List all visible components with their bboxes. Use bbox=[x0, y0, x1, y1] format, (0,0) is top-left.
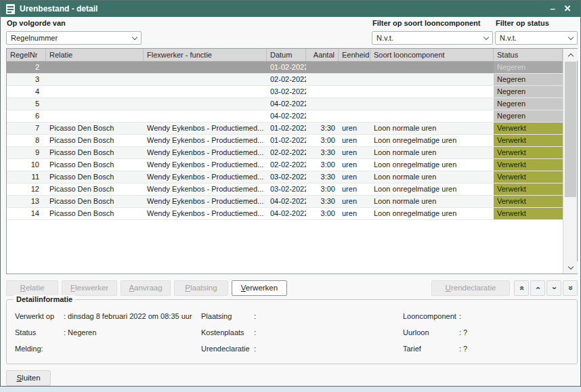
table-row[interactable]: 201-02-2022Negeren bbox=[7, 62, 577, 74]
table-row[interactable]: 10Picasso Den BoschWendy Eykenbos - Prod… bbox=[7, 159, 577, 171]
cell-flex: Wendy Eykenbos - Productiemed... bbox=[144, 196, 267, 207]
cell-aan: 3:00 bbox=[306, 159, 339, 171]
cell-soort: Loon normale uren bbox=[370, 147, 494, 158]
table-row[interactable]: 9Picasso Den BoschWendy Eykenbos - Produ… bbox=[7, 147, 577, 159]
sort-dropdown[interactable]: Regelnummer bbox=[6, 31, 142, 45]
cell-flex bbox=[144, 110, 267, 122]
cell-flex: Wendy Eykenbos - Productiemed... bbox=[144, 171, 267, 183]
chevron-down-icon bbox=[568, 34, 574, 39]
cell-nr: 12 bbox=[7, 183, 46, 195]
filter-component-label: Filter op soort looncomponent bbox=[372, 19, 481, 27]
cell-aan bbox=[306, 86, 339, 97]
relatie-button[interactable]: Relatie bbox=[6, 280, 58, 296]
cell-flex: Wendy Eykenbos - Productiemed... bbox=[144, 135, 267, 146]
cell-nr: 3 bbox=[7, 74, 46, 85]
column-header-aan[interactable]: Aantal bbox=[306, 49, 339, 61]
table-row[interactable]: 13Picasso Den BoschWendy Eykenbos - Prod… bbox=[7, 196, 577, 208]
table-row[interactable]: 11Picasso Den BoschWendy Eykenbos - Prod… bbox=[7, 171, 577, 183]
table-row[interactable]: 604-02-2022Negeren bbox=[7, 110, 577, 123]
plaatsing-button[interactable]: Plaatsing bbox=[174, 280, 228, 296]
cell-een: uren bbox=[339, 208, 370, 219]
cell-dat: 01-02-2022 bbox=[267, 135, 306, 146]
cell-aan: 3:00 bbox=[306, 208, 339, 219]
hours-table: RegelNrRelatieFlexwerker - functieDatumA… bbox=[6, 48, 578, 274]
scrollbar-thumb[interactable] bbox=[565, 62, 576, 197]
verwerken-button[interactable]: Verwerken bbox=[232, 280, 287, 296]
table-row[interactable]: 504-02-2022Negeren bbox=[7, 98, 577, 110]
sort-label: Op volgorde van bbox=[7, 19, 66, 27]
chevron-down-icon bbox=[132, 34, 137, 39]
cell-status: Negeren bbox=[494, 86, 563, 97]
cell-rel: Picasso Den Bosch bbox=[46, 159, 144, 171]
cell-soort bbox=[370, 74, 494, 85]
cell-status: Verwerkt bbox=[494, 183, 563, 195]
cell-rel bbox=[46, 110, 144, 122]
cell-soort: Loon normale uren bbox=[370, 171, 494, 183]
cell-aan: 3:00 bbox=[306, 183, 339, 195]
cell-nr: 13 bbox=[7, 196, 46, 207]
scrollbar-up-button[interactable] bbox=[563, 49, 578, 61]
document-icon bbox=[6, 4, 15, 14]
sluiten-button[interactable]: Sluiten bbox=[6, 370, 51, 386]
cell-flex: Wendy Eykenbos - Productiemed... bbox=[144, 208, 267, 219]
aanvraag-button[interactable]: Aanvraag bbox=[121, 280, 171, 296]
column-header-dat[interactable]: Datum bbox=[267, 49, 306, 61]
scroll-top-button[interactable]: « bbox=[514, 280, 529, 296]
cell-aan bbox=[306, 98, 339, 110]
cell-nr: 4 bbox=[7, 86, 46, 97]
cell-een: uren bbox=[339, 159, 370, 171]
cell-een bbox=[339, 110, 370, 122]
column-header-soort[interactable]: Soort looncomponent bbox=[370, 49, 494, 61]
cell-aan: 3:00 bbox=[306, 135, 339, 146]
column-header-status[interactable]: Status bbox=[494, 49, 563, 61]
dialog-window: Urenbestand - detail – ✕ Op volgorde van… bbox=[0, 0, 581, 387]
scrollbar-down-button[interactable] bbox=[563, 261, 578, 274]
scroll-down-button[interactable]: ‹ bbox=[546, 280, 561, 296]
urendeclaratie-value: : bbox=[254, 345, 256, 353]
cell-soort: Loon onregelmatige uren bbox=[370, 135, 494, 146]
scroll-bottom-button[interactable]: « bbox=[563, 280, 578, 296]
cell-soort: Loon onregelmatige uren bbox=[370, 183, 494, 195]
cell-rel bbox=[46, 74, 144, 85]
window-bottom-edge bbox=[0, 387, 581, 392]
cell-flex: Wendy Eykenbos - Productiemed... bbox=[144, 183, 267, 195]
table-row[interactable]: 14Picasso Den BoschWendy Eykenbos - Prod… bbox=[7, 208, 577, 220]
minimize-button[interactable]: – bbox=[545, 1, 560, 16]
table-row[interactable]: 8Picasso Den BoschWendy Eykenbos - Produ… bbox=[7, 135, 577, 147]
table-row[interactable]: 12Picasso Den BoschWendy Eykenbos - Prod… bbox=[7, 183, 577, 196]
cell-nr: 5 bbox=[7, 98, 46, 110]
looncomponent-label: Looncomponent bbox=[403, 312, 456, 320]
cell-dat: 02-02-2022 bbox=[267, 74, 306, 85]
table-row[interactable]: 403-02-2022Negeren bbox=[7, 86, 577, 98]
vertical-scrollbar[interactable] bbox=[563, 49, 577, 274]
cell-flex: Wendy Eykenbos - Productiemed... bbox=[144, 159, 267, 171]
close-button[interactable]: ✕ bbox=[560, 1, 575, 16]
cell-soort: Loon normale uren bbox=[370, 196, 494, 207]
column-header-nr[interactable]: RegelNr bbox=[7, 49, 46, 61]
double-chevron-up-icon: « bbox=[515, 286, 529, 290]
urendeclaratie-button[interactable]: Urendeclaratie bbox=[431, 280, 510, 296]
cell-rel bbox=[46, 86, 144, 97]
plaatsing-label: Plaatsing bbox=[201, 312, 232, 320]
column-header-flex[interactable]: Flexwerker - functie bbox=[144, 49, 267, 61]
cell-flex: Wendy Eykenbos - Productiemed... bbox=[144, 123, 267, 134]
cell-status: Negeren bbox=[494, 74, 563, 85]
cell-een: uren bbox=[339, 196, 370, 207]
flexwerker-button[interactable]: Flexwerker bbox=[62, 280, 117, 296]
cell-status: Verwerkt bbox=[494, 208, 563, 219]
cell-een: uren bbox=[339, 135, 370, 146]
cell-rel: Picasso Den Bosch bbox=[46, 135, 144, 146]
column-header-een[interactable]: Eenheid bbox=[339, 49, 370, 61]
column-header-rel[interactable]: Relatie bbox=[46, 49, 144, 61]
tarief-value: : ? bbox=[459, 345, 467, 353]
table-row[interactable]: 7Picasso Den BoschWendy Eykenbos - Produ… bbox=[7, 123, 577, 135]
double-chevron-down-icon: « bbox=[563, 286, 578, 290]
cell-rel bbox=[46, 98, 144, 110]
filter-component-dropdown[interactable]: N.v.t. bbox=[372, 31, 493, 45]
melding-label: Melding: bbox=[15, 345, 43, 353]
table-row[interactable]: 302-02-2022Negeren bbox=[7, 74, 577, 86]
cell-status: Verwerkt bbox=[494, 147, 563, 158]
scroll-up-button[interactable]: ‹ bbox=[530, 280, 545, 296]
filter-status-dropdown[interactable]: N.v.t. bbox=[495, 31, 578, 45]
cell-nr: 6 bbox=[7, 110, 46, 122]
